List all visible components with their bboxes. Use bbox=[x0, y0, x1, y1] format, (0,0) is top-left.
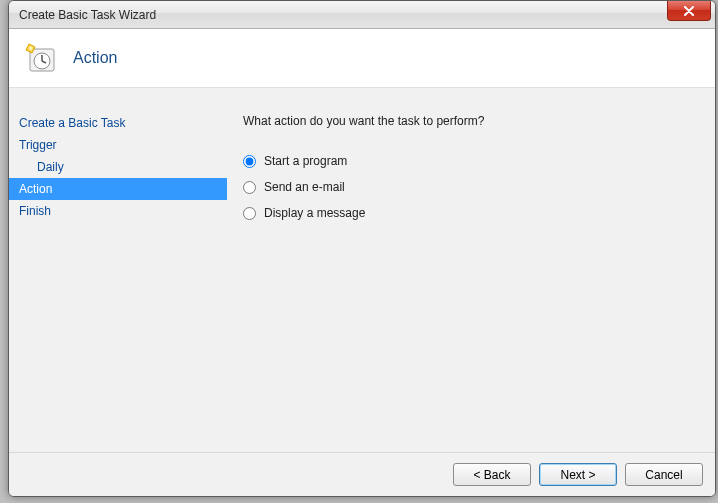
action-prompt: What action do you want the task to perf… bbox=[243, 114, 695, 128]
page-title: Action bbox=[73, 49, 117, 67]
step-trigger[interactable]: Trigger bbox=[9, 134, 227, 156]
option-start-program[interactable]: Start a program bbox=[243, 154, 695, 168]
wizard-content: What action do you want the task to perf… bbox=[227, 88, 715, 452]
radio-send-email[interactable] bbox=[243, 181, 256, 194]
radio-display-message[interactable] bbox=[243, 207, 256, 220]
option-label: Display a message bbox=[264, 206, 365, 220]
radio-start-program[interactable] bbox=[243, 155, 256, 168]
step-create-basic-task[interactable]: Create a Basic Task bbox=[9, 112, 227, 134]
option-display-message[interactable]: Display a message bbox=[243, 206, 695, 220]
next-button[interactable]: Next > bbox=[539, 463, 617, 486]
close-button[interactable] bbox=[667, 1, 711, 21]
window-title: Create Basic Task Wizard bbox=[19, 8, 156, 22]
wizard-steps-sidebar: Create a Basic Task Trigger Daily Action… bbox=[9, 88, 227, 452]
header-band: Action bbox=[9, 29, 715, 87]
wizard-body: Create a Basic Task Trigger Daily Action… bbox=[9, 87, 715, 452]
task-scheduler-icon bbox=[25, 42, 57, 74]
step-action[interactable]: Action bbox=[9, 178, 227, 200]
option-label: Send an e-mail bbox=[264, 180, 345, 194]
step-finish[interactable]: Finish bbox=[9, 200, 227, 222]
close-icon bbox=[683, 6, 695, 16]
back-button[interactable]: < Back bbox=[453, 463, 531, 486]
titlebar: Create Basic Task Wizard bbox=[9, 1, 715, 29]
cancel-button[interactable]: Cancel bbox=[625, 463, 703, 486]
option-label: Start a program bbox=[264, 154, 347, 168]
wizard-footer: < Back Next > Cancel bbox=[9, 452, 715, 496]
wizard-window: Create Basic Task Wizard Action Create a… bbox=[8, 0, 716, 497]
step-daily[interactable]: Daily bbox=[9, 156, 227, 178]
option-send-email[interactable]: Send an e-mail bbox=[243, 180, 695, 194]
